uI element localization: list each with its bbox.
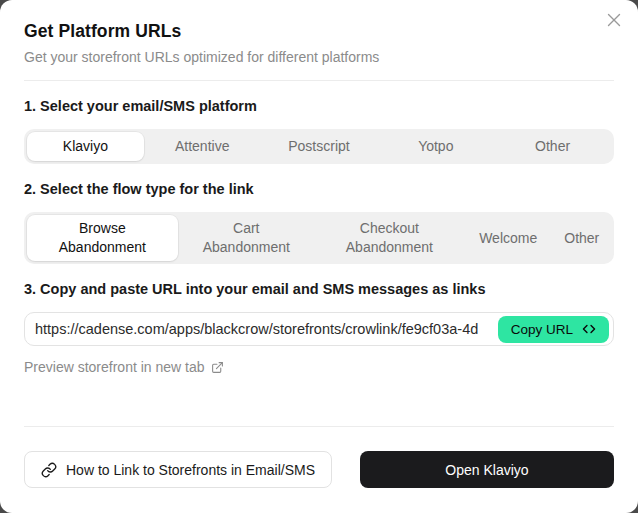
platform-section-heading: 1. Select your email/SMS platform — [24, 98, 614, 114]
tab-yotpo[interactable]: Yotpo — [377, 132, 494, 161]
tab-label: Postscript — [288, 137, 349, 156]
preview-storefront-link[interactable]: Preview storefront in new tab — [24, 359, 224, 375]
tab-label: Cart Abandonment — [194, 219, 298, 257]
tab-label: Klaviyo — [63, 137, 108, 156]
flow-section-heading: 2. Select the flow type for the link — [24, 181, 614, 197]
modal-content: 1. Select your email/SMS platform Klaviy… — [0, 81, 638, 426]
tab-label: Other — [535, 137, 570, 156]
modal-subtitle: Get your storefront URLs optimized for d… — [24, 49, 614, 65]
modal-footer: How to Link to Storefronts in Email/SMS … — [0, 427, 638, 513]
preview-link-label: Preview storefront in new tab — [24, 359, 205, 375]
link-icon — [41, 462, 57, 478]
tab-label: Welcome — [479, 229, 537, 248]
external-link-icon — [211, 361, 224, 374]
how-to-link-label: How to Link to Storefronts in Email/SMS — [66, 462, 315, 478]
modal-header: Get Platform URLs Get your storefront UR… — [0, 0, 638, 65]
url-section-heading: 3. Copy and paste URL into your email an… — [24, 281, 614, 297]
tab-browse-abandonment[interactable]: Browse Abandonment — [27, 215, 178, 261]
close-button[interactable] — [604, 10, 624, 30]
tab-label: Attentive — [175, 137, 229, 156]
tab-platform-other[interactable]: Other — [494, 132, 611, 161]
open-klaviyo-button[interactable]: Open Klaviyo — [360, 451, 614, 488]
get-platform-urls-modal: Get Platform URLs Get your storefront UR… — [0, 0, 638, 513]
flow-tab-group: Browse Abandonment Cart Abandonment Chec… — [24, 212, 614, 264]
tab-label: Other — [564, 229, 599, 248]
platform-tab-group: Klaviyo Attentive Postscript Yotpo Other — [24, 129, 614, 164]
code-icon — [582, 323, 596, 335]
tab-klaviyo[interactable]: Klaviyo — [27, 132, 144, 161]
tab-label: Browse Abandonment — [50, 219, 154, 257]
close-icon — [607, 13, 621, 27]
copy-url-label: Copy URL — [511, 322, 573, 337]
tab-cart-abandonment[interactable]: Cart Abandonment — [178, 215, 315, 261]
tab-label: Yotpo — [418, 137, 453, 156]
modal-title: Get Platform URLs — [24, 21, 614, 42]
how-to-link-button[interactable]: How to Link to Storefronts in Email/SMS — [24, 451, 332, 488]
tab-label: Checkout Abandonment — [337, 219, 441, 257]
copy-url-button[interactable]: Copy URL — [498, 316, 609, 343]
tab-checkout-abandonment[interactable]: Checkout Abandonment — [315, 215, 464, 261]
tab-attentive[interactable]: Attentive — [144, 132, 261, 161]
storefront-url-input[interactable] — [35, 321, 498, 337]
tab-flow-other[interactable]: Other — [553, 215, 611, 261]
url-field-container: Copy URL — [24, 312, 614, 346]
tab-postscript[interactable]: Postscript — [261, 132, 378, 161]
tab-welcome[interactable]: Welcome — [464, 215, 553, 261]
